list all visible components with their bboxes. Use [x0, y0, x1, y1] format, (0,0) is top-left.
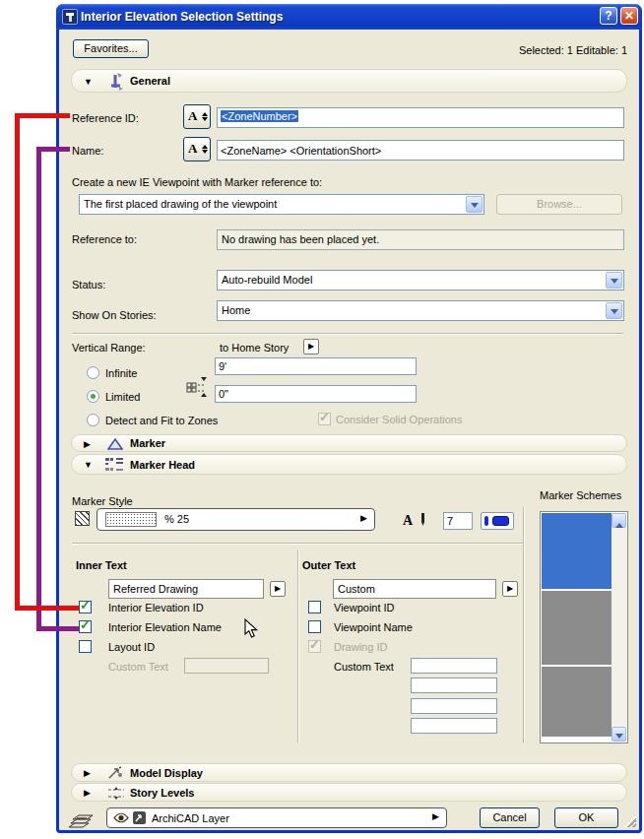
pen-weight-icon: A: [403, 511, 427, 529]
divider: [297, 550, 299, 743]
status-dropdown[interactable]: Auto-rebuild Model: [217, 270, 624, 290]
outer-text-label: Outer Text: [302, 559, 355, 571]
cancel-button[interactable]: Cancel: [480, 807, 540, 828]
layer-dropdown[interactable]: ArchiCAD Layer ▶: [106, 807, 447, 828]
check-icon: ✓: [80, 598, 91, 613]
purple-annotation-line: [36, 147, 70, 152]
outer-text-dropdown[interactable]: Custom: [333, 579, 496, 599]
check-icon: ✓: [319, 410, 330, 424]
marker-fill-dropdown[interactable]: % 25 ▶: [97, 508, 375, 531]
section-general[interactable]: ▼ General: [71, 69, 627, 93]
close-button[interactable]: ✕: [620, 7, 638, 25]
autotext-button-name[interactable]: A: [183, 137, 211, 161]
divider: [523, 507, 525, 743]
section-model-display-label: Model Display: [130, 767, 203, 779]
scheme-swatch[interactable]: [542, 667, 612, 737]
show-on-stories-dropdown[interactable]: Home: [217, 300, 624, 321]
checkbox-interior-elevation-id[interactable]: ✓: [79, 601, 92, 613]
marker-head-icon: [104, 457, 124, 475]
chevron-down-icon[interactable]: [466, 196, 483, 213]
divider: [72, 333, 623, 335]
viewpoint-reference-dropdown[interactable]: The first placed drawing of the viewpoin…: [79, 194, 484, 215]
fill-hatch-icon: [75, 511, 90, 526]
inner-text-dropdown[interactable]: Referred Drawing: [108, 579, 264, 599]
section-story-levels[interactable]: ▶ Story Levels: [71, 783, 627, 802]
bottom-offset-field[interactable]: [215, 385, 417, 403]
pen-color-button[interactable]: [481, 512, 514, 530]
checkbox-layout-id[interactable]: [79, 640, 92, 653]
outer-custom-text-label: Custom Text: [334, 661, 394, 673]
title-bar[interactable]: Interior Elevation Selection Settings ? …: [56, 4, 642, 30]
radio-infinite[interactable]: [87, 366, 99, 379]
red-annotation-line: [15, 606, 79, 611]
purple-annotation-line: [36, 147, 41, 631]
marker-schemes-label: Marker Schemes: [540, 489, 621, 501]
collapse-arrow-icon: ▼: [84, 77, 93, 87]
favorites-button[interactable]: Favorites...: [73, 39, 149, 58]
layout-id-label: Layout ID: [108, 641, 155, 653]
marker-schemes-list[interactable]: [540, 511, 628, 743]
resize-grip[interactable]: [624, 815, 636, 827]
chevron-down-icon[interactable]: [606, 302, 622, 319]
help-button[interactable]: ?: [600, 7, 617, 25]
checkbox-viewpoint-id[interactable]: [308, 601, 321, 613]
autotext-a-icon: A: [188, 141, 197, 157]
scroll-up-icon[interactable]: [612, 513, 626, 528]
marker-icon: [107, 438, 123, 450]
status-label: Status:: [72, 279, 105, 290]
inner-text-flyout-button[interactable]: ▶: [270, 581, 286, 597]
chevron-down-icon[interactable]: [606, 272, 622, 289]
section-general-label: General: [130, 75, 170, 87]
model-display-icon: [107, 766, 123, 780]
expand-arrow-icon: ▶: [84, 788, 91, 798]
name-label: Name:: [72, 145, 103, 157]
reference-id-selected-text: <ZoneNumber>: [221, 110, 298, 122]
radio-detect-fit-zones-label: Detect and Fit to Zones: [105, 415, 218, 426]
section-model-display[interactable]: ▶ Model Display: [71, 763, 627, 782]
checkbox-consider-solid-operations: ✓: [318, 413, 331, 425]
eye-icon: [113, 812, 129, 823]
outer-custom-text-field-3[interactable]: [411, 698, 497, 714]
radio-detect-fit-zones[interactable]: [87, 414, 99, 426]
updown-arrow-icon: [202, 142, 208, 157]
reference-id-field[interactable]: <ZoneNumber>: [217, 107, 624, 128]
divider: [72, 543, 523, 545]
pen-color-swatch: [492, 516, 509, 526]
layer-name: ArchiCAD Layer: [152, 812, 229, 824]
reference-id-label: Reference ID:: [72, 112, 139, 124]
checkbox-viewpoint-name[interactable]: [308, 620, 321, 633]
archicad-logo-icon: [133, 811, 146, 824]
section-marker-head[interactable]: ▼ Marker Head: [71, 454, 627, 475]
outer-custom-text-field-4[interactable]: [411, 718, 497, 734]
app-icon: [62, 9, 78, 25]
pen-number-field[interactable]: [443, 512, 473, 530]
collapse-arrow-icon: ▼: [84, 460, 93, 470]
name-field[interactable]: [217, 140, 624, 161]
scheme-swatch-selected[interactable]: [542, 513, 612, 589]
home-story-flyout-button[interactable]: ▶: [303, 339, 319, 355]
outer-custom-text-field-1[interactable]: [411, 658, 497, 674]
story-levels-icon: [107, 787, 125, 800]
schemes-scrollbar[interactable]: [612, 513, 626, 742]
radio-limited-label: Limited: [105, 391, 140, 403]
autotext-button-reference-id[interactable]: A: [183, 104, 211, 129]
consider-solid-operations-label: Consider Solid Operations: [336, 414, 462, 425]
viewpoint-reference-label: Create a new IE Viewpoint with Marker re…: [72, 176, 322, 188]
layers-icon: [65, 806, 100, 829]
interior-elevation-id-label: Interior Elevation ID: [108, 602, 204, 613]
browse-button: Browse...: [496, 194, 622, 215]
scroll-down-icon[interactable]: [612, 727, 626, 742]
viewpoint-name-label: Viewpoint Name: [334, 621, 413, 633]
outer-custom-text-field-2[interactable]: [411, 678, 497, 693]
check-icon: ✓: [309, 637, 320, 652]
mouse-cursor: [244, 618, 259, 639]
drawing-id-label: Drawing ID: [334, 641, 387, 653]
scheme-swatch[interactable]: [542, 591, 612, 665]
show-on-stories-label: Show On Stories:: [72, 309, 157, 321]
section-marker[interactable]: ▶ Marker: [71, 434, 627, 452]
ok-button[interactable]: OK: [554, 807, 618, 828]
radio-limited[interactable]: [87, 390, 99, 403]
top-offset-field[interactable]: [215, 357, 417, 375]
outer-text-flyout-button[interactable]: ▶: [502, 581, 518, 597]
checkbox-interior-elevation-name[interactable]: ✓: [79, 620, 92, 633]
